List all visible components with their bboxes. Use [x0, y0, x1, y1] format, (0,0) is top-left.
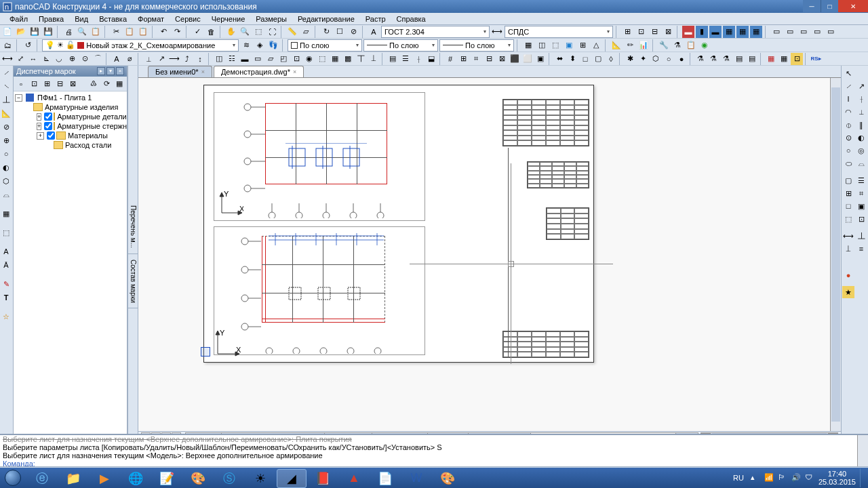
- pan-icon[interactable]: ✋: [225, 26, 237, 38]
- tree-item[interactable]: Арматурные изделия: [15, 102, 125, 112]
- doc-tab-active[interactable]: Демонстрация.dwg*×: [214, 66, 304, 77]
- sidetab-list[interactable]: Перечень м...: [128, 200, 138, 254]
- close-icon[interactable]: ×: [293, 68, 296, 75]
- pt-icon[interactable]: ♳: [87, 78, 100, 90]
- tray-lang[interactable]: RU: [730, 472, 747, 483]
- pt-icon[interactable]: ⊟: [54, 78, 66, 90]
- d-icon[interactable]: ⊙: [79, 53, 91, 65]
- snap4-icon[interactable]: ⊠: [662, 26, 674, 38]
- d-icon[interactable]: ⟶: [168, 53, 180, 65]
- menu-modify[interactable]: Редактирование: [292, 14, 360, 24]
- d-icon[interactable]: ↔: [27, 53, 39, 65]
- zoom-icon[interactable]: 🔍: [239, 26, 251, 38]
- menu-help[interactable]: Справка: [391, 14, 431, 24]
- snap1-icon[interactable]: ⊞: [621, 26, 633, 38]
- lt-icon[interactable]: ✎: [0, 278, 12, 290]
- taskbar-autocad-icon[interactable]: ▲: [339, 469, 369, 488]
- sidetab-mark[interactable]: Состав марки: [128, 254, 138, 309]
- lt-icon[interactable]: ◐: [0, 161, 12, 174]
- rt-icon[interactable]: □: [842, 200, 854, 212]
- d-icon[interactable]: ⟷: [1, 53, 14, 65]
- t2-9-icon[interactable]: 📊: [637, 39, 650, 52]
- menu-draw[interactable]: Черчение: [206, 14, 251, 24]
- d-icon[interactable]: ⬍: [566, 53, 578, 65]
- d-icon[interactable]: ▤: [733, 53, 745, 65]
- d-icon[interactable]: ▤: [387, 53, 399, 65]
- taskbar-notepad-icon[interactable]: 📝: [152, 469, 182, 488]
- d-icon[interactable]: □: [579, 53, 591, 65]
- redo-icon[interactable]: ↷: [171, 26, 183, 38]
- menu-raster[interactable]: Растр: [360, 14, 391, 24]
- panel-menu-button[interactable]: ▾: [106, 67, 115, 75]
- taskbar-nanocad-icon[interactable]: ◢: [277, 469, 307, 488]
- rt-icon[interactable]: ⦶: [842, 119, 854, 131]
- d-icon[interactable]: ▢: [592, 53, 604, 65]
- t2-6-icon[interactable]: △: [590, 39, 602, 52]
- plot-icon[interactable]: 📋: [90, 26, 102, 38]
- d-icon[interactable]: ▣: [534, 53, 547, 65]
- d-icon[interactable]: ⟊: [412, 53, 425, 65]
- rt-icon[interactable]: ⌗: [855, 187, 867, 199]
- layermatch-icon[interactable]: ≋: [240, 39, 252, 52]
- saveall-icon[interactable]: 💾: [42, 26, 54, 38]
- lt-icon[interactable]: ⟍: [0, 80, 12, 92]
- d-icon[interactable]: ▱: [264, 53, 277, 65]
- pt-icon[interactable]: ⊠: [66, 78, 79, 90]
- layout2-icon[interactable]: ▭: [784, 26, 796, 38]
- t2-3-icon[interactable]: ⬚: [549, 39, 561, 52]
- textstyle-icon[interactable]: A: [368, 26, 380, 38]
- d-icon[interactable]: ⚗: [707, 53, 719, 65]
- panel-close-button[interactable]: ×: [116, 67, 124, 75]
- d-icon[interactable]: 丅: [355, 53, 367, 65]
- rt-icon[interactable]: ⬭: [842, 157, 854, 169]
- save-icon[interactable]: 💾: [28, 26, 41, 38]
- d-icon[interactable]: ⤴: [181, 53, 193, 65]
- close-button[interactable]: ✕: [838, 0, 868, 12]
- menu-file[interactable]: Файл: [4, 14, 33, 24]
- tray-shield-icon[interactable]: 🛡: [805, 473, 814, 483]
- lt-icon[interactable]: ⟋: [0, 66, 12, 79]
- rt-icon[interactable]: ●: [842, 269, 854, 281]
- lt-icon[interactable]: 📐: [0, 107, 12, 119]
- taskbar-explorer-icon[interactable]: 📁: [58, 469, 88, 488]
- tree-root[interactable]: −ПФм1 - Плита 1: [15, 93, 125, 102]
- dimstyle-icon[interactable]: ⟷: [491, 26, 503, 38]
- rt-cursor-icon[interactable]: ↖: [842, 67, 854, 79]
- linetype-combo[interactable]: По слою▾: [363, 39, 438, 52]
- tray-vol-icon[interactable]: 🔊: [791, 473, 801, 483]
- taskbar-app2-icon[interactable]: ☀: [245, 469, 275, 488]
- d-icon[interactable]: ▦: [765, 53, 777, 65]
- rt-icon[interactable]: ⊞: [842, 187, 854, 199]
- d-icon[interactable]: ☷: [226, 53, 238, 65]
- canvas[interactable]: YX YX: [138, 78, 841, 431]
- t2-1-icon[interactable]: ▦: [522, 39, 534, 52]
- taskbar-paint-icon[interactable]: 🎨: [433, 469, 462, 488]
- layout1-icon[interactable]: ▭: [770, 26, 783, 38]
- rt-icon[interactable]: ⟷: [842, 230, 854, 242]
- rt-icon[interactable]: ⌓: [855, 157, 867, 169]
- pt-icon[interactable]: ▦: [113, 78, 125, 90]
- d-icon[interactable]: ▦: [329, 53, 341, 65]
- d-icon[interactable]: ⚗: [694, 53, 707, 65]
- pt-icon[interactable]: ⟳: [100, 78, 113, 90]
- lt-icon[interactable]: ⊘: [0, 121, 12, 133]
- rt-icon[interactable]: ▣: [855, 200, 867, 212]
- menu-format[interactable]: Формат: [132, 14, 170, 24]
- d-icon[interactable]: ↕: [194, 53, 206, 65]
- rt-icon[interactable]: ▢: [842, 174, 854, 186]
- undo-icon[interactable]: ↶: [157, 26, 170, 38]
- d-icon[interactable]: ⊡: [290, 53, 302, 65]
- menu-dimensions[interactable]: Размеры: [250, 14, 292, 24]
- vport-3-icon[interactable]: ▦: [723, 26, 735, 38]
- new-icon[interactable]: 📄: [1, 26, 14, 38]
- preview-icon[interactable]: 🔍: [76, 26, 88, 38]
- selectall-icon[interactable]: ☐: [334, 26, 346, 38]
- d-icon[interactable]: ⊞: [457, 53, 469, 65]
- taskbar-app-icon[interactable]: 🎨: [183, 469, 213, 488]
- d-icon[interactable]: ⬜: [521, 53, 534, 65]
- lt-icon[interactable]: ⬚: [0, 226, 12, 239]
- rt-icon[interactable]: ◐: [855, 131, 867, 144]
- d-icon[interactable]: ⊾: [40, 53, 52, 65]
- d-icon[interactable]: ◉: [303, 53, 315, 65]
- d-icon[interactable]: ⊕: [66, 53, 78, 65]
